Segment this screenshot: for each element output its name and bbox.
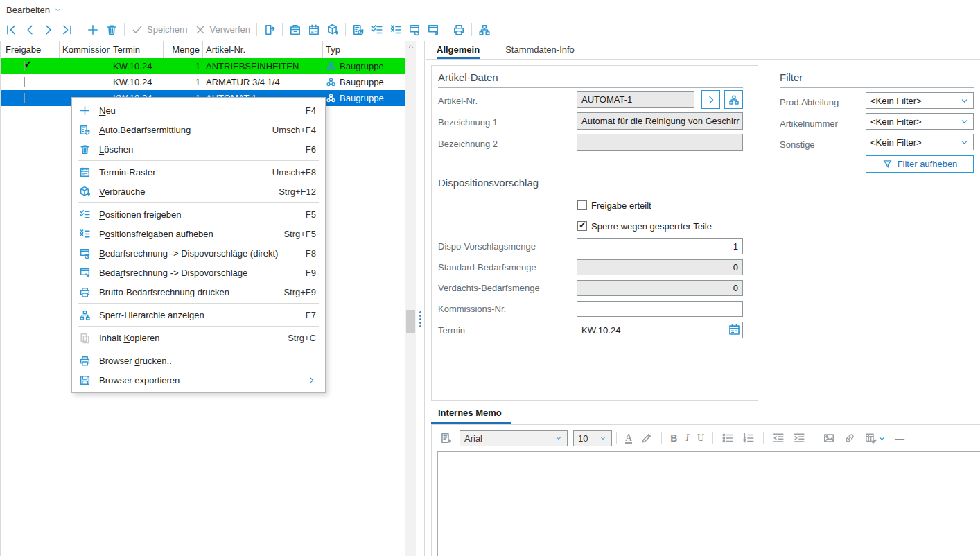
trash-icon — [105, 24, 118, 36]
filter-prod-abteilung-dropdown[interactable]: <Kein Filter> — [866, 92, 974, 109]
menu-item-auto-bedarfsermittlung[interactable]: Auto.Bedarfsermittlung Umsch+F4 — [72, 120, 325, 139]
menu-item-sperr-hierarchie[interactable]: Sperr-Hierarchie anzeigen F7 — [72, 305, 325, 324]
outdent-button[interactable] — [772, 432, 785, 444]
menu-item-bedarfsrechnung[interactable]: Bedarfsrechnung -> Dispovorschläge F9 — [72, 263, 325, 282]
grid-vertical-scrollbar[interactable] — [405, 41, 416, 556]
bullet-list-button[interactable] — [721, 432, 734, 444]
cube-icon — [326, 24, 339, 36]
tab-internes-memo[interactable]: Internes Memo — [438, 408, 502, 418]
freigabe-checkbox[interactable] — [24, 61, 25, 71]
filter-artikelnummer-dropdown[interactable]: <Kein Filter> — [866, 113, 974, 130]
menu-item-neu[interactable]: Neu F4 — [72, 101, 325, 120]
table-row[interactable]: KW.10.24 1 ARMATUR 3/4 1/4 Baugruppe — [1, 74, 405, 90]
insert-table-button[interactable] — [864, 432, 877, 444]
auto-bedarfsermittlung-button[interactable] — [289, 24, 301, 36]
menu-item-positionsfreigaben-aufheben[interactable]: Positionsfreigaben aufheben Strg+F5 — [72, 224, 325, 243]
artikel-hierarchy-button[interactable] — [724, 90, 743, 109]
nav-previous-icon — [24, 24, 36, 36]
column-header-menge[interactable]: Menge — [164, 41, 203, 58]
font-family-select[interactable]: Arial — [460, 430, 568, 446]
menu-item-browser-exportieren[interactable]: Browser exportieren — [72, 370, 325, 390]
nav-previous-button[interactable] — [24, 24, 36, 36]
menu-item-brutto-bedarfsrechnung-drucken[interactable]: Brutto-Bedarfsrechnung drucken Strg+F9 — [72, 282, 325, 302]
termin-calendar-button[interactable] — [728, 323, 741, 336]
bezeichnung2-field[interactable] — [577, 134, 743, 151]
column-header-artikel-nr[interactable]: Artikel-Nr. — [203, 41, 323, 58]
insert-image-button[interactable] — [823, 432, 835, 444]
new-record-button[interactable] — [87, 24, 99, 36]
drucken-button[interactable] — [453, 24, 465, 36]
memo-text-area[interactable] — [437, 451, 980, 556]
scrollbar-up-button[interactable] — [405, 41, 416, 52]
font-color-button[interactable]: A — [625, 433, 632, 444]
bedarfsrechnung-direkt-button[interactable] — [352, 24, 365, 36]
memo-toolbar: Arial 10 A B I U — — [432, 425, 980, 451]
menu-item-positionen-freigeben[interactable]: Positionen freigeben F5 — [72, 205, 325, 224]
toolbar-separator — [345, 23, 346, 36]
menu-item-browser-drucken[interactable]: Browser drucken.. — [72, 351, 325, 370]
hierarchy-icon — [728, 94, 740, 105]
bedarfsrechnung-button[interactable] — [408, 24, 421, 36]
italic-button[interactable]: I — [685, 433, 689, 444]
tab-stammdaten-info[interactable]: Stammdaten-Info — [505, 41, 575, 59]
font-size-select[interactable]: 10 — [573, 430, 612, 446]
discard-button[interactable]: Verwerfen — [194, 24, 251, 36]
column-header-typ[interactable]: Typ — [323, 41, 406, 58]
memo-doc-icon-button[interactable] — [439, 432, 452, 444]
insert-link-button[interactable] — [843, 432, 856, 444]
bedarfsrechnung-fenster-button[interactable] — [427, 24, 439, 36]
verdacht-menge-field[interactable]: 0 — [577, 280, 743, 296]
column-header-kommission[interactable]: Kommission — [60, 41, 110, 58]
transfer-button[interactable] — [263, 24, 276, 36]
context-menu: Neu F4 Auto.Bedarfsermittlung Umsch+F4 L… — [71, 97, 326, 393]
positionen-freigeben-button[interactable] — [371, 24, 383, 36]
toolbar-separator — [80, 23, 80, 36]
menu-item-bedarfsrechnung-direkt[interactable]: Bedarfsrechnung -> Dispovorschläge (dire… — [72, 243, 325, 263]
table-row[interactable]: KW.10.24 1 ANTRIEBSEINHEITEN Baugruppe — [1, 58, 405, 74]
scrollbar-thumb[interactable] — [406, 310, 415, 333]
column-header-freigabe[interactable]: Freigabe — [1, 41, 60, 58]
dispo-menge-field[interactable]: 1 — [577, 238, 743, 254]
shortcut: Umsch+F8 — [264, 167, 316, 177]
underline-button[interactable]: U — [697, 433, 704, 444]
verbraeuche-button[interactable] — [326, 24, 339, 36]
termin-field[interactable]: KW.10.24 — [577, 322, 743, 338]
bold-button[interactable]: B — [670, 433, 677, 444]
kommissions-nr-field[interactable] — [577, 301, 743, 317]
menu-item-verbraeuche[interactable]: Verbräuche Strg+F12 — [72, 182, 325, 201]
standard-menge-field[interactable]: 0 — [577, 259, 743, 275]
freigabe-checkbox[interactable] — [24, 77, 25, 87]
column-header-termin[interactable]: Termin — [110, 41, 164, 58]
tab-allgemein[interactable]: Allgemein — [437, 41, 480, 59]
termin-raster-button[interactable] — [308, 24, 320, 36]
nav-next-button[interactable] — [42, 24, 55, 36]
menu-item-inhalt-kopieren[interactable]: Inhalt Kopieren Strg+C — [72, 328, 325, 347]
nav-first-button[interactable] — [5, 24, 17, 36]
dispo-menge-label: Dispo-Vorschlagsmenge — [438, 241, 536, 252]
artikel-nr-field[interactable]: AUTOMAT-1 — [577, 91, 694, 108]
numbered-list-icon — [742, 432, 755, 444]
delete-record-button[interactable] — [105, 24, 118, 36]
sperre-checkbox[interactable] — [577, 221, 587, 231]
nav-last-button[interactable] — [61, 24, 73, 36]
positionsfreigaben-aufheben-button[interactable] — [390, 24, 402, 36]
bezeichnung1-field[interactable]: Automat für die Reinigung von Geschirr — [577, 112, 743, 130]
sperr-hierarchie-button[interactable] — [478, 24, 491, 36]
save-button[interactable]: Speichern — [131, 24, 188, 36]
edit-menu[interactable]: Bearbeiten — [6, 5, 62, 15]
indent-button[interactable] — [793, 432, 805, 444]
artikel-goto-button[interactable] — [701, 90, 720, 109]
table-options-chevron[interactable] — [877, 434, 886, 443]
shortcut: F8 — [297, 248, 316, 259]
filter-aufheben-button[interactable]: Filter aufheben — [866, 155, 974, 173]
freigabe-checkbox[interactable] — [24, 93, 25, 103]
toolbar-separator — [282, 23, 283, 36]
horizontal-rule-button[interactable]: — — [895, 433, 904, 444]
freigabe-erteilt-checkbox[interactable] — [577, 200, 587, 210]
menu-item-termin-raster[interactable]: Termin-Raster Umsch+F8 — [72, 162, 325, 182]
menu-item-loeschen[interactable]: Löschen F6 — [72, 139, 325, 159]
numbered-list-button[interactable] — [742, 432, 755, 444]
splitter-handle[interactable] — [419, 311, 422, 327]
filter-sonstige-dropdown[interactable]: <Kein Filter> — [866, 134, 974, 150]
highlight-button[interactable] — [640, 432, 653, 444]
